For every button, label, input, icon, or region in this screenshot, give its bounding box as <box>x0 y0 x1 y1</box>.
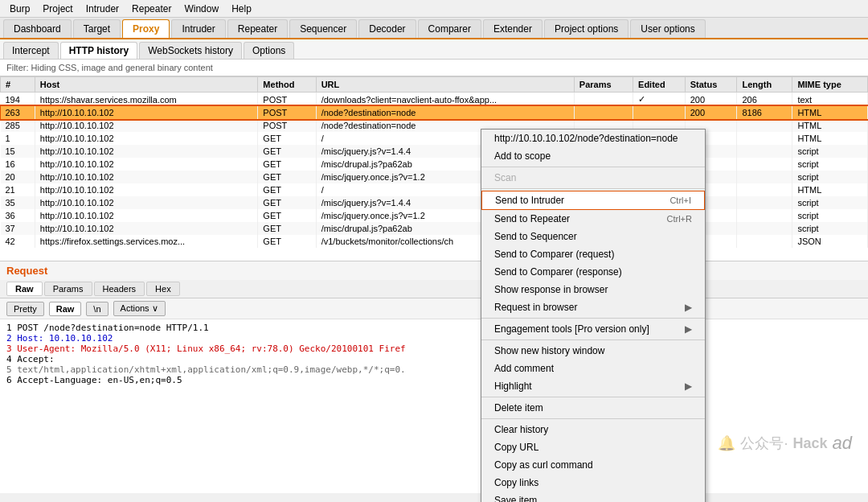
tab-intruder[interactable]: Intruder <box>171 19 225 38</box>
tab-options[interactable]: Options <box>244 42 294 59</box>
context-menu-shortcut: Ctrl+R <box>667 214 692 224</box>
menu-project[interactable]: Project <box>36 2 79 16</box>
col-mime[interactable]: MIME type <box>792 77 868 93</box>
tab-intercept[interactable]: Intercept <box>3 42 59 59</box>
context-menu-item[interactable]: Send to Comparer (request) <box>481 245 705 263</box>
context-menu-item[interactable]: Add to scope <box>481 147 705 165</box>
context-menu-item[interactable]: http://10.10.10.102/node?destination=nod… <box>481 130 705 147</box>
table-row[interactable]: 37http://10.10.10.102GET/misc/drupal.js?… <box>1 222 868 235</box>
raw-btn[interactable]: Raw <box>49 302 82 316</box>
menu-repeater[interactable]: Repeater <box>125 2 178 16</box>
req-tab-hex[interactable]: Hex <box>146 282 180 296</box>
context-menu-item-label: Send to Comparer (request) <box>494 249 614 260</box>
context-menu-shortcut: Ctrl+I <box>669 195 691 205</box>
table-row[interactable]: 35http://10.10.10.102GET/misc/jquery.js?… <box>1 196 868 209</box>
context-menu-separator <box>481 167 705 167</box>
table-row[interactable]: 194https://shavar.services.mozilla.comPO… <box>1 93 868 107</box>
table-row[interactable]: 15http://10.10.10.102GET/misc/jquery.js?… <box>1 145 868 158</box>
context-menu-item[interactable]: Copy links <box>481 474 705 492</box>
pretty-btn[interactable]: Pretty <box>6 302 44 316</box>
context-menu-separator <box>481 318 705 319</box>
col-id[interactable]: # <box>1 77 35 93</box>
context-menu-separator <box>481 339 705 340</box>
request-line: 3 User-Agent: Mozilla/5.0 (X11; Linux x8… <box>6 344 862 354</box>
context-menu-item: Scan <box>481 169 705 187</box>
request-line: 2 Host: 10.10.10.102 <box>6 333 862 344</box>
newline-btn[interactable]: \n <box>86 302 108 316</box>
tab-dashboard[interactable]: Dashboard <box>3 19 72 38</box>
col-status[interactable]: Status <box>685 77 737 93</box>
context-menu-item[interactable]: Save item <box>481 492 705 502</box>
table-row[interactable]: 42https://firefox.settings.services.moz.… <box>1 235 868 248</box>
tab-comparer[interactable]: Comparer <box>418 19 481 38</box>
request-line: 5 text/html,application/xhtml+xml,applic… <box>6 364 862 375</box>
context-menu-item[interactable]: Send to Comparer (response) <box>481 263 705 281</box>
request-line: 1 POST /node?destination=node HTTP/1.1 <box>6 323 862 333</box>
table-row[interactable]: 21http://10.10.10.102GET/HTML <box>1 183 868 196</box>
col-method[interactable]: Method <box>258 77 316 93</box>
main-tab-bar: Dashboard Target Proxy Intruder Repeater… <box>0 18 868 39</box>
context-menu-item[interactable]: Delete item <box>481 399 705 417</box>
context-menu-item[interactable]: Copy as curl command <box>481 456 705 474</box>
bottom-panel: Request Raw Params Headers Hex Pretty Ra… <box>0 261 868 493</box>
tab-project-options[interactable]: Project options <box>544 19 628 38</box>
request-toolbar: Pretty Raw \n Actions ∨ <box>0 298 868 319</box>
req-tab-params[interactable]: Params <box>44 282 92 296</box>
submenu-arrow-icon: ▶ <box>685 302 692 313</box>
menu-bar: Burp Project Intruder Repeater Window He… <box>0 0 868 18</box>
tab-http-history[interactable]: HTTP history <box>60 42 137 59</box>
tab-extender[interactable]: Extender <box>483 19 542 38</box>
col-url[interactable]: URL <box>316 77 574 93</box>
request-tab-bar: Raw Params Headers Hex <box>0 280 868 298</box>
http-history-table: # Host Method URL Params Edited Status L… <box>0 76 868 261</box>
menu-help[interactable]: Help <box>225 2 258 16</box>
context-menu-item-label: Clear history <box>494 424 548 435</box>
context-menu-item-label: http://10.10.10.102/node?destination=nod… <box>494 133 678 144</box>
context-menu-item[interactable]: Send to RepeaterCtrl+R <box>481 210 705 228</box>
table-row[interactable]: 285http://10.10.10.102POST/node?destinat… <box>1 119 868 132</box>
col-host[interactable]: Host <box>35 77 258 93</box>
menu-intruder[interactable]: Intruder <box>80 2 125 16</box>
context-menu-item-label: Add to scope <box>494 150 551 162</box>
table-row[interactable]: 1http://10.10.10.102GET/HTML <box>1 132 868 145</box>
context-menu-item[interactable]: Send to Sequencer <box>481 228 705 245</box>
tab-decoder[interactable]: Decoder <box>358 19 416 38</box>
tab-websockets-history[interactable]: WebSockets history <box>139 42 242 59</box>
tab-proxy[interactable]: Proxy <box>122 19 170 38</box>
req-tab-headers[interactable]: Headers <box>94 282 145 296</box>
tab-target[interactable]: Target <box>73 19 121 38</box>
context-menu-item-label: Copy as curl command <box>494 459 593 471</box>
context-menu-item-label: Send to Comparer (response) <box>494 266 622 278</box>
context-menu-item-label: Highlight <box>494 381 532 392</box>
request-line: 4 Accept: <box>6 354 862 364</box>
request-line: 6 Accept-Language: en-US,en;q=0.5 <box>6 375 862 385</box>
table-row[interactable]: 20http://10.10.10.102GET/misc/jquery.onc… <box>1 171 868 183</box>
actions-dropdown[interactable]: Actions ∨ <box>113 301 166 316</box>
context-menu-item[interactable]: Clear history <box>481 421 705 438</box>
context-menu-item[interactable]: Copy URL <box>481 438 705 456</box>
tab-user-options[interactable]: User options <box>630 19 705 38</box>
table-row[interactable]: 263http://10.10.10.102POST/node?destinat… <box>1 106 868 119</box>
context-menu-item-label: Add comment <box>494 363 554 374</box>
context-menu-item[interactable]: Request in browser▶ <box>481 298 705 316</box>
req-tab-raw[interactable]: Raw <box>6 282 43 296</box>
context-menu-item[interactable]: Highlight▶ <box>481 377 705 395</box>
tab-repeater[interactable]: Repeater <box>227 19 288 38</box>
context-menu-item[interactable]: Engagement tools [Pro version only]▶ <box>481 320 705 338</box>
col-length[interactable]: Length <box>737 77 792 93</box>
context-menu-item[interactable]: Show new history window <box>481 342 705 360</box>
table-row[interactable]: 36http://10.10.10.102GET/misc/jquery.onc… <box>1 209 868 222</box>
context-menu-item[interactable]: Add comment <box>481 360 705 377</box>
table-row[interactable]: 16http://10.10.10.102GET/misc/drupal.js?… <box>1 158 868 171</box>
col-edited[interactable]: Edited <box>633 77 686 93</box>
context-menu-item-label: Send to Intruder <box>495 195 564 206</box>
tab-sequencer[interactable]: Sequencer <box>289 19 357 38</box>
context-menu-item[interactable]: Show response in browser <box>481 281 705 298</box>
context-menu-item[interactable]: Send to IntruderCtrl+I <box>481 191 705 210</box>
menu-burp[interactable]: Burp <box>3 2 36 16</box>
menu-window[interactable]: Window <box>178 2 225 16</box>
col-params[interactable]: Params <box>574 77 633 93</box>
context-menu-item-label: Request in browser <box>494 302 577 313</box>
context-menu-item-label: Save item <box>494 495 537 502</box>
context-menu-item-label: Send to Repeater <box>494 213 570 224</box>
